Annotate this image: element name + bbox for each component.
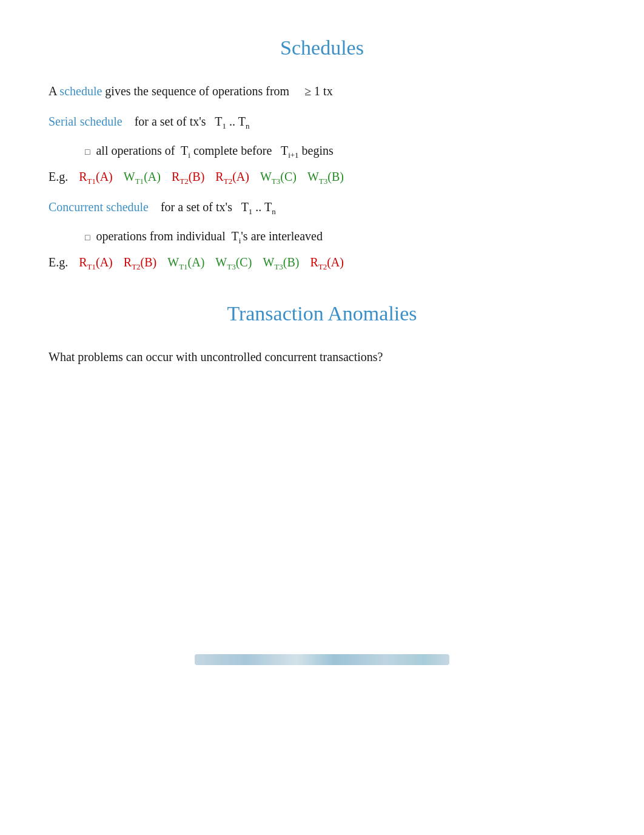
bullet1-content: all operations of Ti complete before Ti+… (96, 144, 333, 160)
eg2-op3: WT1(A) (167, 255, 204, 272)
T1-sub: 1 (223, 121, 227, 130)
dots: .. (229, 115, 238, 128)
anomalies-title: Transaction Anomalies (49, 302, 595, 325)
intro-paragraph: A schedule gives the sequence of operati… (49, 81, 595, 101)
eg2-op4: WT3(C) (215, 255, 252, 272)
intro-geq: ≥ 1 tx (304, 84, 333, 98)
Ti: Ti (181, 144, 190, 157)
CT1: T1 (241, 200, 253, 214)
cdots: .. (255, 200, 264, 214)
eg1-op4: RT2(A) (215, 170, 249, 186)
bullet1-text3: begins (299, 144, 334, 157)
schedule-term: schedule (59, 84, 102, 98)
eg1-label: E.g. (49, 170, 68, 184)
bullet2-text2: 's are interleaved (241, 229, 323, 243)
CTn-sub: n (272, 207, 276, 216)
serial-schedule-line: Serial schedule for a set of tx's T1 .. … (49, 112, 595, 133)
Tn-sub: n (246, 121, 250, 130)
Ti1: Ti+1 (281, 144, 299, 157)
concurrent-label: Concurrent schedule (49, 200, 149, 214)
eg2-op5: WT3(B) (263, 255, 299, 272)
Ti1-sub: i+1 (288, 150, 298, 160)
eg1-line: E.g. RT1(A) WT1(A) RT2(B) RT2(A) WT3(C) … (49, 170, 595, 186)
anomalies-section: Transaction Anomalies What problems can … (49, 302, 595, 367)
bullet2-text1: operations from individual (96, 229, 231, 243)
eg2-op1: RT1(A) (79, 255, 113, 272)
Ti-c: Ti (231, 229, 241, 243)
bullet1-text2: complete before (190, 144, 281, 157)
CTn: Tn (264, 200, 276, 214)
schedules-title: Schedules (49, 36, 595, 59)
Tn: Tn (238, 115, 250, 128)
eg1-op3: RT2(B) (172, 170, 204, 186)
page-content: Schedules A schedule gives the sequence … (0, 0, 644, 426)
eg1-op6: WT3(B) (307, 170, 344, 186)
eg2-op2: RT2(B) (124, 255, 156, 272)
bullet2-char: □ (85, 233, 90, 243)
intro-text-1: A (49, 84, 59, 98)
bullet2-block: □ operations from individual Ti's are in… (49, 229, 595, 246)
anomalies-body: What problems can occur with uncontrolle… (49, 347, 595, 367)
bullet1-block: □ all operations of Ti complete before T… (49, 144, 595, 160)
serial-text: for a set of tx's (135, 115, 206, 128)
T1: T1 (215, 115, 226, 128)
eg1-op1: RT1(A) (79, 170, 113, 186)
eg2-label: E.g. (49, 255, 68, 269)
bullet1-text1: all operations of (96, 144, 181, 157)
CT1-sub: 1 (249, 207, 253, 216)
bullet2-content: operations from individual Ti's are inte… (96, 229, 322, 246)
eg1-op5: WT3(C) (260, 170, 297, 186)
decorative-bar (195, 654, 449, 665)
serial-label: Serial schedule (49, 115, 122, 128)
eg1-op2: WT1(A) (124, 170, 161, 186)
eg2-op6: RT2(A) (310, 255, 344, 272)
bullet1-char: □ (85, 147, 90, 157)
eg2-line: E.g. RT1(A) RT2(B) WT1(A) WT3(C) WT3(B) … (49, 255, 595, 272)
concurrent-schedule-line: Concurrent schedule for a set of tx's T1… (49, 197, 595, 218)
intro-text-2: gives the sequence of operations from (102, 84, 289, 98)
concurrent-text: for a set of tx's (161, 200, 232, 214)
